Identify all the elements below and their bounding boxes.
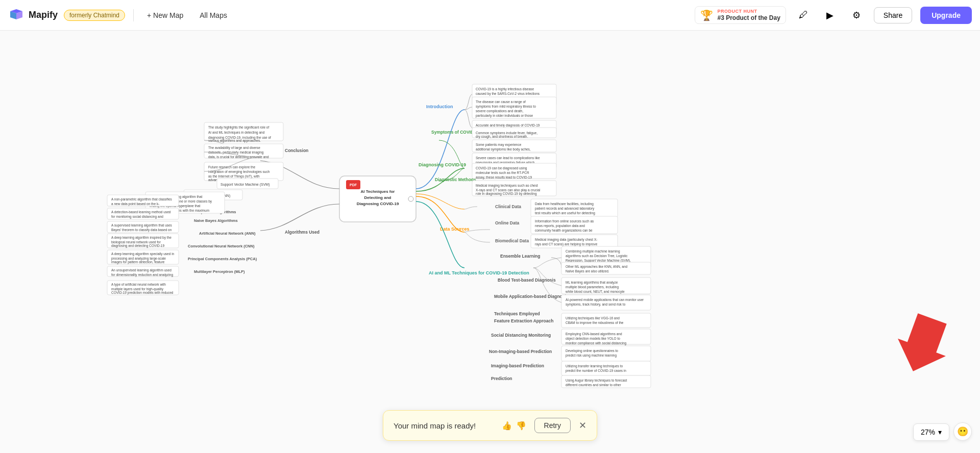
retry-label: Retry	[544, 421, 561, 430]
settings-button[interactable]: ⚙	[847, 6, 866, 24]
svg-text:Diagnosing COVID-19: Diagnosing COVID-19	[357, 202, 399, 206]
notification-bar: Your mind map is ready! 👍 👎 Retry ✕	[383, 410, 597, 441]
logo: Mapify	[8, 7, 58, 23]
svg-text:AI and ML Techniques for COVID: AI and ML Techniques for COVID-19 Detect…	[429, 270, 529, 275]
formerly-badge: formerly Chatmind	[64, 10, 125, 21]
arrow-indicator	[888, 310, 949, 371]
new-map-label: + New Map	[147, 11, 183, 19]
svg-text:Utilizing transfer learning te: Utilizing transfer learning techniques t…	[566, 364, 623, 368]
new-map-button[interactable]: + New Map	[142, 8, 188, 22]
svg-text:white blood count, NEUT, and m: white blood count, NEUT, and monocyte	[565, 290, 625, 294]
logo-text: Mapify	[29, 10, 58, 20]
svg-text:PDF: PDF	[350, 183, 357, 187]
upgrade-label: Upgrade	[932, 11, 961, 19]
svg-text:Non-Imaging-based Prediction: Non-Imaging-based Prediction	[489, 349, 552, 354]
svg-text:Artificial Neural Network (ANN: Artificial Neural Network (ANN)	[199, 231, 256, 236]
product-hunt-badge[interactable]: 🏆 PRODUCT HUNT #3 Product of the Day	[695, 6, 786, 24]
svg-text:monitor compliance with social: monitor compliance with social distancin…	[566, 341, 627, 345]
svg-text:Convolutional Neural Network (: Convolutional Neural Network (CNN)	[188, 244, 255, 248]
svg-rect-149	[561, 361, 651, 375]
svg-text:Social Distancing Monitoring: Social Distancing Monitoring	[491, 333, 551, 338]
mindmap-container: .branch-line { fill: none; stroke-width:…	[0, 31, 980, 453]
svg-text:Diagnosing COVID-19: Diagnosing COVID-19	[419, 162, 466, 167]
svg-text:different countries and simila: different countries and similar to other	[566, 383, 621, 387]
svg-text:Support Vector Machine (SVM): Support Vector Machine (SVM)	[220, 183, 270, 187]
svg-text:Employing CNN-based algorithms: Employing CNN-based algorithms and	[566, 332, 622, 336]
svg-text:AI Techniques for: AI Techniques for	[361, 189, 395, 194]
svg-text:Blood Test-based Diagnosis: Blood Test-based Diagnosis	[498, 278, 556, 283]
thumbs-up-button[interactable]: 👍	[502, 421, 512, 431]
settings-icon: ⚙	[852, 10, 861, 21]
chat-button[interactable]: 😶	[953, 422, 972, 441]
svg-text:caused by the SARS-CoV-2 virus: caused by the SARS-CoV-2 virus infection…	[476, 92, 540, 96]
svg-text:Naive Bayes Algorithms: Naive Bayes Algorithms	[194, 218, 238, 223]
play-button[interactable]: ▶	[821, 6, 839, 24]
svg-text:Developing online questionnair: Developing online questionnaires to	[566, 349, 618, 353]
svg-text:Bayes' theorem to classify dat: Bayes' theorem to classify data based on	[111, 228, 172, 232]
svg-text:Other ML approaches like KNN, : Other ML approaches like KNN, ANN, and	[566, 265, 628, 269]
svg-text:Information from online source: Information from online sources such as	[535, 219, 594, 223]
svg-text:news reports, population data : news reports, population data and	[535, 224, 585, 228]
svg-text:Biomedical Data: Biomedical Data	[495, 238, 529, 243]
product-rank: #3 Product of the Day	[717, 14, 780, 21]
share-button[interactable]: Share	[874, 7, 912, 23]
app-header: Mapify formerly Chatmind + New Map All M…	[0, 0, 980, 31]
svg-text:Techniques Employed: Techniques Employed	[494, 311, 540, 316]
svg-text:COVID-19 can be diagnosed usin: COVID-19 can be diagnosed using	[476, 166, 527, 170]
product-hunt-text: PRODUCT HUNT #3 Product of the Day	[717, 9, 780, 21]
svg-text:The study highlights the signi: The study highlights the significant rol…	[208, 125, 269, 130]
svg-text:Medical imaging techniques suc: Medical imaging techniques such as chest	[476, 184, 538, 188]
svg-text:test results which are useful : test results which are useful for detect…	[535, 211, 595, 215]
feedback-icons: 👍 👎	[502, 421, 526, 431]
mindmap-canvas[interactable]: .branch-line { fill: none; stroke-width:…	[0, 31, 980, 453]
svg-text:multiple blood parameters, inc: multiple blood parameters, including	[566, 285, 619, 289]
svg-text:assay, these results lead to C: assay, these results lead to COVID-19	[476, 175, 532, 180]
svg-rect-112	[531, 235, 618, 248]
notification-message: Your mind map is ready!	[394, 421, 494, 430]
svg-text:Utilizing techniques like VGG-: Utilizing techniques like VGG-16 and	[566, 316, 620, 320]
pin-button[interactable]: 🖊	[794, 6, 813, 24]
svg-text:molecular tests such as the RT: molecular tests such as the RT-PCR	[476, 171, 529, 174]
chat-icon: 😶	[957, 426, 968, 437]
svg-text:predict risk using machine lea: predict risk using machine learning	[566, 354, 617, 358]
svg-text:A deep learning algorithm spec: A deep learning algorithm specially used…	[111, 252, 175, 256]
zoom-level: 27%	[921, 428, 935, 436]
svg-text:Detecting and: Detecting and	[364, 195, 391, 200]
svg-text:Clinical Data: Clinical Data	[495, 204, 521, 209]
thumbs-down-button[interactable]: 👎	[516, 421, 526, 431]
svg-text:integration of emerging techno: integration of emerging technologies suc…	[208, 170, 270, 174]
zoom-control[interactable]: 27% ▾	[913, 423, 949, 441]
svg-text:particularly in older individu: particularly in older individuals or tho…	[476, 114, 533, 118]
close-notification-button[interactable]: ✕	[579, 420, 586, 431]
thumbs-up-icon: 👍	[502, 421, 512, 430]
svg-text:severe complications and death: severe complications and death,	[476, 109, 523, 113]
svg-text:Diagnostic Methods: Diagnostic Methods	[435, 177, 476, 182]
retry-button[interactable]: Retry	[534, 418, 571, 433]
svg-text:Naïve Bayes are also utilized.: Naïve Bayes are also utilized.	[566, 269, 609, 273]
svg-text:Data from healthcare facilitie: Data from healthcare facilities, includi…	[535, 202, 594, 206]
svg-text:Introduction: Introduction	[426, 104, 453, 109]
svg-text:Imaging-based Prediction: Imaging-based Prediction	[491, 363, 544, 368]
play-icon: ▶	[826, 10, 834, 21]
mindmap-svg: .branch-line { fill: none; stroke-width:…	[0, 31, 980, 453]
svg-text:Conclusion: Conclusion	[285, 148, 308, 153]
svg-text:The availability of large and : The availability of large and diverse	[208, 146, 260, 150]
svg-text:A deep learning algorithm insp: A deep learning algorithm inspired by th…	[111, 236, 172, 240]
svg-text:predict the number of COVID-19: predict the number of COVID-19 cases in	[566, 369, 626, 373]
svg-text:Some patients may experience: Some patients may experience	[476, 143, 522, 147]
svg-text:community health organizations: community health organizations can be	[535, 229, 593, 233]
svg-text:additional symptoms like body : additional symptoms like body aches,	[476, 147, 531, 152]
svg-text:The disease can cause a range : The disease can cause a range of	[476, 100, 526, 104]
product-hunt-label: PRODUCT HUNT	[717, 9, 780, 14]
thumbs-down-icon: 👎	[516, 421, 526, 430]
svg-rect-136	[561, 313, 651, 328]
svg-text:Combining multiple machine lea: Combining multiple machine learning	[566, 249, 620, 254]
svg-text:AI and ML techniques in detect: AI and ML techniques in detecting and	[208, 131, 265, 135]
svg-text:Mobile Application-based Diagn: Mobile Application-based Diagnosis	[494, 294, 569, 299]
svg-text:ML learning algorithms that an: ML learning algorithms that analyze	[566, 281, 618, 285]
svg-text:COVID-19 is a highly infectiou: COVID-19 is a highly infectious disease	[476, 87, 534, 91]
svg-text:role in diagnosing COVID-19 by: role in diagnosing COVID-19 by detecting	[476, 192, 537, 196]
mapify-logo-icon	[8, 7, 24, 23]
all-maps-button[interactable]: All Maps	[194, 8, 232, 22]
upgrade-button[interactable]: Upgrade	[920, 7, 972, 24]
